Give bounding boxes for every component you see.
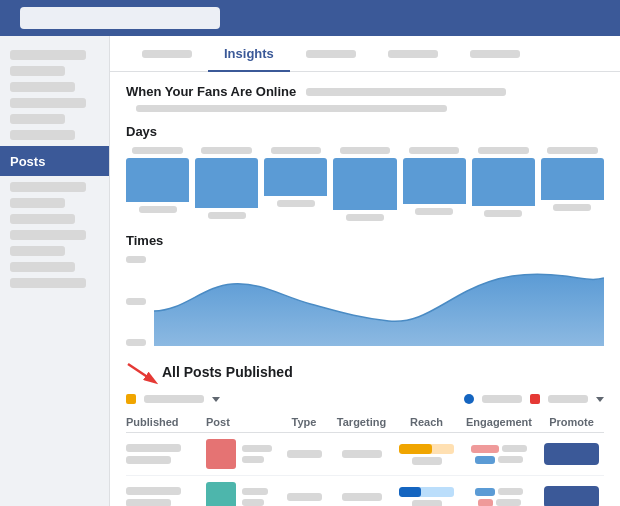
content-area: When Your Fans Are Online Days xyxy=(110,72,620,506)
search-bar[interactable] xyxy=(20,7,220,29)
row2-date1 xyxy=(126,487,181,495)
sidebar-item-13[interactable] xyxy=(10,278,86,288)
row2-promote xyxy=(539,486,604,506)
day-fri xyxy=(403,147,466,221)
times-section: Times xyxy=(126,233,604,346)
sidebar-item-1[interactable] xyxy=(10,50,86,60)
sidebar-item-11[interactable] xyxy=(10,246,65,256)
row2-reach-label xyxy=(412,500,442,507)
row2-eng-ph2 xyxy=(496,499,521,506)
times-label: Times xyxy=(126,233,604,248)
tab-insights[interactable]: Insights xyxy=(208,36,290,71)
main-layout: Posts Insights When Your Fans Are Online xyxy=(0,36,620,506)
day-sun-sub xyxy=(553,204,591,211)
day-mon-bar xyxy=(126,158,189,202)
sidebar-item-posts[interactable]: Posts xyxy=(0,146,109,176)
row1-reach xyxy=(394,444,459,465)
sidebar-item-8[interactable] xyxy=(10,198,65,208)
posts-header: All Posts Published xyxy=(126,358,604,386)
row2-lines xyxy=(242,488,279,506)
posts-section: All Posts Published Published xyxy=(126,358,604,506)
day-fri-sub xyxy=(415,208,453,215)
row2-line2 xyxy=(242,499,264,506)
row1-type-ph xyxy=(287,450,322,458)
table-header: Published Post Type Targeting Reach Enga… xyxy=(126,412,604,433)
row2-promote-btn[interactable] xyxy=(544,486,599,506)
col-header-engagement: Engagement xyxy=(459,416,539,428)
col-header-promote: Promote xyxy=(539,416,604,428)
row2-eng-row1 xyxy=(475,488,523,496)
row2-thumb xyxy=(206,482,236,506)
row2-date2 xyxy=(126,499,171,506)
day-mon xyxy=(126,147,189,221)
sidebar-item-4[interactable] xyxy=(10,98,86,108)
day-sun xyxy=(541,147,604,221)
sidebar-item-3[interactable] xyxy=(10,82,75,92)
col-header-published: Published xyxy=(126,416,206,428)
row2-eng-row2 xyxy=(478,499,521,507)
col-header-targeting: Targeting xyxy=(329,416,394,428)
day-sun-bar xyxy=(541,158,604,200)
col-header-reach: Reach xyxy=(394,416,459,428)
sidebar-item-9[interactable] xyxy=(10,214,75,224)
times-chart-container xyxy=(126,256,604,346)
sidebar-item-2[interactable] xyxy=(10,66,65,76)
day-fri-label xyxy=(409,147,460,154)
col-header-type: Type xyxy=(279,416,329,428)
day-sat-sub xyxy=(484,210,522,217)
filter-dropdown-arrow1[interactable] xyxy=(212,397,220,402)
sidebar-item-7[interactable] xyxy=(10,182,86,192)
day-wed xyxy=(264,147,327,221)
row2-eng-salmon xyxy=(478,499,493,507)
row1-promote-btn[interactable] xyxy=(544,443,599,465)
sidebar-item-6[interactable] xyxy=(10,130,75,140)
day-sun-label xyxy=(547,147,598,154)
times-area-chart xyxy=(154,256,604,346)
day-tue-sub xyxy=(208,212,246,219)
days-grid xyxy=(126,147,604,221)
row2-reach-bar-inner xyxy=(399,487,421,497)
row2-line1 xyxy=(242,488,268,495)
row1-type xyxy=(279,450,329,458)
row1-eng-row1 xyxy=(471,445,527,453)
sidebar: Posts xyxy=(0,36,110,506)
days-section: Days xyxy=(126,124,604,221)
row1-reach-bar-inner xyxy=(399,444,432,454)
day-mon-label xyxy=(132,147,183,154)
day-tue xyxy=(195,147,258,221)
row2-type xyxy=(279,493,329,501)
row2-reach-group xyxy=(394,487,459,507)
day-sat xyxy=(472,147,535,221)
tab-placeholder-4[interactable] xyxy=(470,50,520,58)
row2-targeting-ph xyxy=(342,493,382,501)
day-sat-label xyxy=(478,147,529,154)
sidebar-item-12[interactable] xyxy=(10,262,75,272)
row2-reach xyxy=(394,487,459,507)
tab-placeholder-3[interactable] xyxy=(388,50,438,58)
row2-published xyxy=(126,487,206,506)
row1-line1 xyxy=(242,445,272,452)
row2-eng-group xyxy=(459,488,539,507)
day-tue-bar xyxy=(195,158,258,208)
svg-line-1 xyxy=(128,364,152,380)
y-label-bot xyxy=(126,339,146,346)
fans-online-placeholder xyxy=(306,88,506,96)
fans-online-section: When Your Fans Are Online xyxy=(126,84,604,112)
row1-thumb xyxy=(206,439,236,469)
tab-placeholder-1[interactable] xyxy=(142,50,192,58)
tab-placeholder-2[interactable] xyxy=(306,50,356,58)
row1-eng-salmon xyxy=(471,445,499,453)
y-label-top xyxy=(126,256,146,263)
filter-dropdown-arrow2[interactable] xyxy=(596,397,604,402)
filter-ph2 xyxy=(482,395,522,403)
row1-lines xyxy=(242,445,279,463)
day-wed-sub xyxy=(277,200,315,207)
table-row-1 xyxy=(126,433,604,476)
row1-date2 xyxy=(126,456,171,464)
sidebar-item-10[interactable] xyxy=(10,230,86,240)
sidebar-item-5[interactable] xyxy=(10,114,65,124)
row1-eng-ph1 xyxy=(502,445,527,452)
day-mon-sub xyxy=(139,206,177,213)
filter-ph3 xyxy=(548,395,588,403)
row1-engagement xyxy=(459,445,539,464)
